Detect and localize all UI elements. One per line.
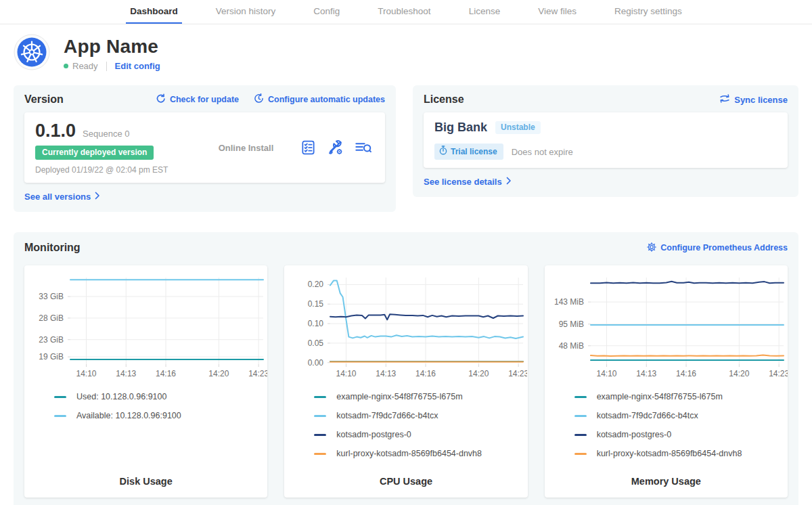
svg-text:143 MiB: 143 MiB	[554, 297, 584, 307]
legend-label: Used: 10.128.0.96:9100	[76, 392, 166, 401]
svg-text:0.10: 0.10	[308, 319, 324, 328]
legend-label: kotsadm-7f9dc7d66c-b4tcx	[336, 411, 438, 420]
legend-swatch	[574, 453, 587, 455]
svg-text:48 MiB: 48 MiB	[558, 341, 583, 351]
memory-usage-chart: 48 MiB95 MiB143 MiB14:1014:1314:1614:201…	[545, 269, 788, 383]
svg-text:14:23: 14:23	[248, 369, 267, 378]
version-panel: Version Check for update	[14, 85, 396, 212]
legend-label: kotsadm-postgres-0	[336, 430, 411, 439]
tab-version-history[interactable]: Version history	[212, 0, 280, 24]
cpu-usage-chart: 0.000.050.100.150.2014:1014:1314:1614:20…	[284, 269, 527, 383]
deployed-timestamp: Deployed 01/19/22 @ 02:04 pm EST	[35, 165, 191, 175]
svg-text:14:16: 14:16	[156, 369, 176, 378]
summary-cards-row: Version Check for update	[0, 85, 812, 212]
legend-item: kotsadm-postgres-0	[314, 425, 527, 444]
legend-swatch	[314, 453, 326, 455]
legend-item: example-nginx-54f8f76755-l675m	[574, 387, 788, 406]
status-dot	[64, 64, 68, 68]
svg-text:14:13: 14:13	[636, 369, 656, 378]
license-type-badge: Trial license	[434, 144, 503, 160]
tab-registry-settings[interactable]: Registry settings	[610, 0, 686, 24]
legend-item: kurl-proxy-kotsadm-8569fb6454-dnvh8	[314, 444, 527, 463]
install-type-label: Online Install	[191, 143, 301, 153]
disk-usage-card: 19 GiB23 GiB28 GiB33 GiB14:1014:1314:161…	[24, 265, 267, 498]
edit-config-link[interactable]: Edit config	[115, 61, 160, 71]
svg-text:14:13: 14:13	[376, 369, 397, 378]
legend-swatch	[54, 415, 66, 417]
legend-label: kurl-proxy-kotsadm-8569fb6454-dnvh8	[336, 449, 482, 458]
license-panel: License Sync license Big Bank Unstable	[413, 85, 798, 197]
svg-text:0.00: 0.00	[308, 358, 324, 368]
top-navigation: Dashboard Version history Config Trouble…	[0, 0, 812, 24]
cpu-usage-legend: example-nginx-54f8f76755-l675mkotsadm-7f…	[314, 387, 527, 463]
check-for-update-link[interactable]: Check for update	[156, 93, 239, 106]
channel-badge: Unstable	[495, 121, 541, 134]
svg-text:28 GiB: 28 GiB	[39, 313, 64, 323]
refresh-icon	[156, 93, 166, 106]
configure-prometheus-link[interactable]: Configure Prometheus Address	[647, 242, 788, 254]
tab-dashboard[interactable]: Dashboard	[126, 0, 182, 24]
stopwatch-icon	[439, 146, 447, 157]
view-logs-icon[interactable]	[355, 141, 371, 154]
svg-text:14:10: 14:10	[76, 369, 97, 378]
see-all-versions-link[interactable]: See all versions	[24, 192, 100, 202]
svg-text:14:23: 14:23	[509, 369, 528, 378]
app-header: App Name Ready Edit config	[0, 24, 812, 77]
chart-title: CPU Usage	[284, 476, 527, 487]
deployed-badge: Currently deployed version	[35, 146, 154, 160]
status-label: Ready	[72, 61, 98, 71]
legend-swatch	[54, 396, 66, 398]
svg-text:14:20: 14:20	[729, 369, 749, 378]
tab-config[interactable]: Config	[309, 0, 344, 24]
sync-license-link[interactable]: Sync license	[719, 94, 788, 105]
tab-view-files[interactable]: View files	[534, 0, 581, 24]
legend-item: kotsadm-7f9dc7d66c-b4tcx	[574, 406, 788, 425]
kubernetes-logo	[14, 34, 50, 73]
tab-license[interactable]: License	[465, 0, 505, 24]
svg-text:14:16: 14:16	[676, 369, 696, 378]
legend-label: kotsadm-postgres-0	[597, 430, 671, 439]
svg-text:14:16: 14:16	[415, 369, 436, 378]
cpu-usage-card: 0.000.050.100.150.2014:1014:1314:1614:20…	[284, 265, 527, 498]
legend-label: kurl-proxy-kotsadm-8569fb6454-dnvh8	[597, 449, 742, 458]
tab-troubleshoot[interactable]: Troubleshoot	[374, 0, 434, 24]
disk-usage-legend: Used: 10.128.0.96:9100Available: 10.128.…	[54, 387, 267, 425]
license-assignee: Big Bank	[434, 120, 487, 135]
legend-label: kotsadm-7f9dc7d66c-b4tcx	[597, 411, 698, 420]
monitoring-title: Monitoring	[24, 242, 81, 254]
preflight-checks-icon[interactable]	[301, 140, 315, 155]
svg-text:14:20: 14:20	[469, 369, 489, 378]
wrench-gear-icon[interactable]	[328, 140, 343, 155]
legend-swatch	[574, 434, 587, 436]
svg-text:14:10: 14:10	[596, 369, 616, 378]
version-panel-title: Version	[24, 93, 64, 106]
legend-item: kurl-proxy-kotsadm-8569fb6454-dnvh8	[574, 444, 788, 463]
chevron-right-icon	[95, 192, 100, 202]
license-expiry: Does not expire	[512, 147, 573, 157]
chart-title: Disk Usage	[24, 476, 267, 487]
legend-swatch	[314, 415, 326, 417]
svg-text:14:23: 14:23	[769, 369, 788, 378]
legend-item: Used: 10.128.0.96:9100	[54, 387, 267, 406]
legend-item: example-nginx-54f8f76755-l675m	[314, 387, 527, 406]
legend-swatch	[574, 396, 587, 398]
chart-title: Memory Usage	[545, 476, 788, 487]
clock-update-icon	[254, 93, 264, 106]
legend-label: example-nginx-54f8f76755-l675m	[597, 392, 723, 401]
configure-auto-updates-link[interactable]: Configure automatic updates	[254, 93, 385, 106]
legend-swatch	[574, 415, 587, 417]
gear-icon	[647, 242, 656, 254]
see-license-details-link[interactable]: See license details	[424, 177, 512, 187]
svg-text:14:20: 14:20	[209, 369, 229, 378]
current-version-card: 0.1.0 Sequence 0 Currently deployed vers…	[24, 112, 385, 183]
legend-item: Available: 10.128.0.96:9100	[54, 406, 267, 425]
legend-item: kotsadm-postgres-0	[574, 425, 788, 444]
svg-text:95 MiB: 95 MiB	[558, 320, 583, 329]
chevron-right-icon	[506, 177, 512, 187]
charts-row: 19 GiB23 GiB28 GiB33 GiB14:1014:1314:161…	[24, 265, 788, 498]
svg-text:0.20: 0.20	[308, 280, 324, 289]
legend-swatch	[314, 396, 326, 398]
memory-usage-card: 48 MiB95 MiB143 MiB14:1014:1314:1614:201…	[545, 265, 788, 498]
legend-label: Available: 10.128.0.96:9100	[76, 411, 181, 420]
svg-text:0.15: 0.15	[308, 299, 324, 309]
